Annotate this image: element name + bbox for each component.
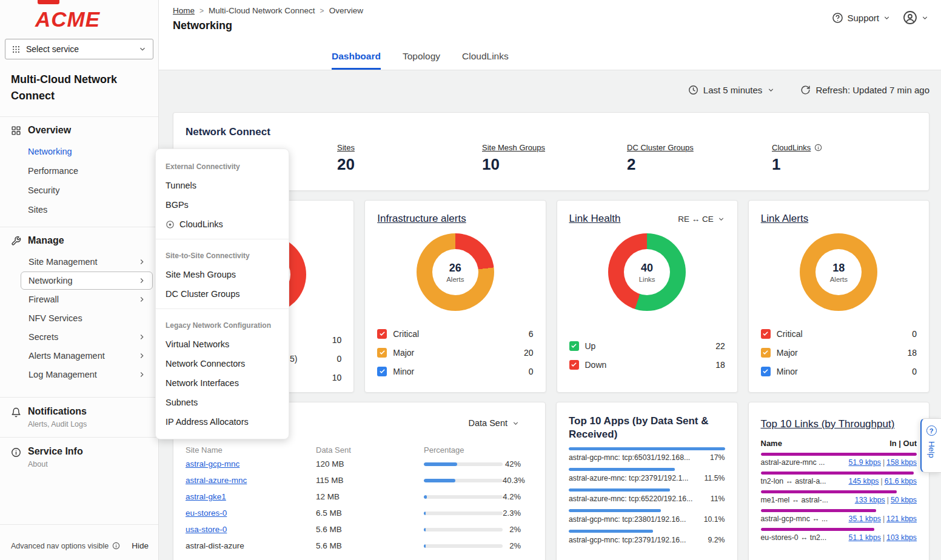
sidebar-item-service-info[interactable]: Service Info About (0, 438, 158, 477)
out-throughput-link[interactable]: 103 kbps (886, 533, 917, 542)
link-alerts-title[interactable]: Link Alerts (761, 213, 808, 225)
sidebar-item-notifications[interactable]: Notifications Alerts, Audit Logs (0, 398, 158, 437)
site-name-link[interactable]: astral-gke1 (186, 492, 226, 501)
check-icon (379, 349, 386, 356)
refresh-icon (800, 85, 811, 95)
sidebar-section-manage[interactable]: Manage (0, 227, 158, 252)
site-name-link[interactable]: eu-stores-0 (186, 508, 227, 518)
hide-nav-button[interactable]: Hide (132, 541, 149, 550)
link-health-title[interactable]: Link Health (569, 213, 621, 225)
tab-dashboard[interactable]: Dashboard (332, 51, 381, 70)
flyout-item-subnets[interactable]: Subnets (156, 393, 289, 412)
flyout-item-virtual-networks[interactable]: Virtual Networks (156, 335, 289, 354)
minor-checkbox[interactable] (761, 367, 771, 376)
refresh-button[interactable]: Refresh: Updated 7 min ago (800, 85, 929, 95)
in-throughput-link[interactable]: 35.1 kbps (849, 515, 881, 523)
flyout-item-ip-address-allocators[interactable]: IP Address Allocators (156, 412, 289, 432)
flyout-item-site-mesh-groups[interactable]: Site Mesh Groups (156, 265, 289, 284)
help-tab[interactable]: ? Help (920, 418, 941, 473)
up-checkbox[interactable] (569, 341, 579, 351)
stat-sites: Sites 20 (337, 143, 482, 174)
time-range-selector[interactable]: Last 5 minutes (688, 85, 775, 95)
sidebar-item-site-management[interactable]: Site Management (21, 253, 153, 271)
help-icon: ? (926, 425, 937, 436)
flyout-section-header: External Connectivity (156, 155, 289, 176)
flyout-item-network-connectors[interactable]: Network Connectors (156, 354, 289, 373)
cloudlinks-link[interactable]: CloudLinks (772, 143, 811, 152)
sidebar-item-alerts-management[interactable]: Alerts Management (21, 347, 153, 365)
breadcrumb-home[interactable]: Home (173, 6, 195, 15)
info-icon (814, 144, 822, 152)
in-throughput-link[interactable]: 133 kbps (855, 496, 885, 504)
breadcrumb: Home > Multi-Cloud Network Connect > Ove… (159, 0, 941, 15)
sidebar-section-overview[interactable]: Overview (0, 117, 158, 142)
info-icon (112, 542, 120, 550)
app-bar (569, 447, 725, 450)
link-alerts-card: Link Alerts 18 Alerts Critical 0 Major 1… (748, 200, 929, 393)
progress-bar (424, 495, 503, 499)
critical-checkbox[interactable] (761, 329, 771, 339)
tab-cloudlinks[interactable]: CloudLinks (462, 51, 509, 70)
site-mesh-groups-link[interactable]: Site Mesh Groups (482, 143, 545, 152)
sidebar-item-sites[interactable]: Sites (0, 200, 158, 219)
major-checkbox[interactable] (761, 348, 771, 358)
infrastructure-alerts-title[interactable]: Infrastructure alerts (377, 213, 466, 225)
in-throughput-link[interactable]: 51.1 kbps (849, 533, 881, 542)
dc-cluster-groups-link[interactable]: DC Cluster Groups (627, 143, 694, 152)
overview-grid-icon (11, 125, 21, 136)
sites-link[interactable]: Sites (337, 143, 355, 152)
sidebar-item-secrets[interactable]: Secrets (21, 328, 153, 346)
sidebar-item-firewall[interactable]: Firewall (21, 290, 153, 308)
legend-up: Up 22 (569, 336, 725, 355)
breadcrumb-overview[interactable]: Overview (329, 6, 363, 15)
summary-stats: Sites 20 Site Mesh Groups 10 DC Cluster … (186, 143, 917, 174)
link-row: me1-mel ↔ astral-...133 kbps|50 kbps (761, 490, 917, 504)
in-throughput-link[interactable]: 51.9 kbps (849, 458, 881, 467)
breadcrumb-product[interactable]: Multi-Cloud Network Connect (209, 6, 315, 15)
top-apps-title[interactable]: Top 10 Apps (by Data Sent & Received) (569, 415, 725, 441)
sidebar-item-log-management[interactable]: Log Management (21, 365, 153, 384)
link-bar (761, 453, 917, 456)
critical-checkbox[interactable] (377, 329, 387, 339)
divider (156, 239, 289, 239)
minor-checkbox[interactable] (377, 367, 387, 376)
site-row: astral-gcp-mnc 120 MB 42% (186, 456, 533, 472)
sidebar-item-manage-networking[interactable]: Networking (21, 272, 153, 290)
service-selector[interactable]: Select service (5, 39, 153, 59)
out-throughput-link[interactable]: 61.6 kbps (885, 477, 917, 485)
flyout-section-header: Legacy Network Configuration (156, 314, 289, 335)
bell-icon (11, 407, 21, 418)
flyout-item-cloudlinks[interactable]: CloudLinks (156, 215, 289, 234)
chevron-right-icon (138, 352, 146, 360)
flyout-item-network-interfaces[interactable]: Network Interfaces (156, 373, 289, 393)
flyout-item-dc-cluster-groups[interactable]: DC Cluster Groups (156, 284, 289, 304)
page-title: Networking (159, 15, 941, 32)
app-row: astral-gcp-mnc: tcp:65031/192.168...17% (569, 447, 725, 462)
top-links-title[interactable]: Top 10 Links (by Throughput) (761, 418, 895, 430)
sidebar-item-performance[interactable]: Performance (0, 161, 158, 181)
sidebar-item-networking[interactable]: Networking (0, 142, 158, 161)
chevron-right-icon (138, 295, 146, 304)
sidebar-item-security[interactable]: Security (0, 181, 158, 200)
support-menu[interactable]: Support (832, 12, 891, 24)
in-throughput-link[interactable]: 145 kbps (849, 477, 879, 485)
link-health-filter[interactable]: RE ↔ CE (678, 215, 725, 224)
flyout-item-bgps[interactable]: BGPs (156, 195, 289, 215)
top-header: Home > Multi-Cloud Network Connect > Ove… (159, 0, 941, 70)
major-checkbox[interactable] (377, 348, 387, 358)
sidebar-item-nfv-services[interactable]: NFV Services (21, 309, 153, 327)
out-throughput-link[interactable]: 158 kbps (886, 458, 917, 467)
site-name-link[interactable]: astral-gcp-mnc (186, 459, 239, 468)
account-menu[interactable] (903, 10, 929, 25)
site-name-link[interactable]: astral-azure-mnc (186, 476, 247, 485)
out-throughput-link[interactable]: 50 kbps (891, 496, 917, 504)
site-name-link[interactable]: usa-store-0 (186, 525, 227, 534)
out-throughput-link[interactable]: 121 kbps (886, 515, 917, 523)
down-checkbox[interactable] (569, 360, 579, 370)
info-icon (11, 447, 21, 458)
legend-major: Major 20 (377, 343, 533, 362)
link-bar (761, 528, 875, 531)
tab-topology[interactable]: Topology (403, 51, 440, 70)
flyout-item-tunnels[interactable]: Tunnels (156, 176, 289, 195)
app-bar (569, 468, 675, 471)
